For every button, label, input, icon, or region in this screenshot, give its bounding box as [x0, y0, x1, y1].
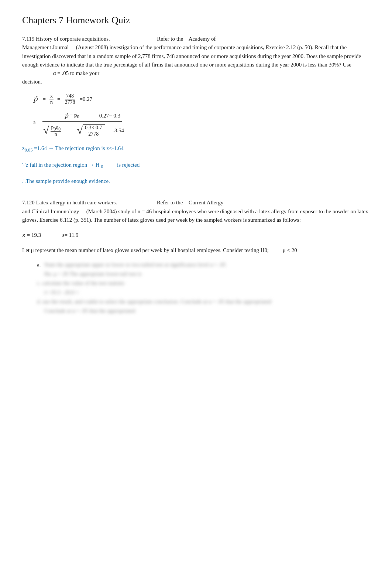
part-a-line5: d. use the result, and t-table to select… [37, 299, 271, 304]
hypothesis-text: Let μ represent the mean number of latex… [22, 247, 269, 253]
sqrt-value: √ 0.3× 0.7 2778 [77, 124, 105, 137]
hypothesis-section: Let μ represent the mean number of latex… [22, 246, 370, 255]
fraction-num: x [49, 93, 54, 99]
q7119-refer: Refer to the [157, 36, 183, 42]
z-result: =-3.54 [109, 127, 124, 134]
q7119-body: (August 2008) investigation of the perfo… [22, 44, 361, 68]
phat-minus: p̂ [65, 112, 68, 119]
q7119-journal2: Management Journal [22, 44, 69, 50]
h0-sub: 0 [101, 162, 103, 168]
part-a-line3: c. calculate the value of the test stati… [37, 280, 125, 286]
p0q0-den: n [54, 132, 58, 137]
q7120-refer: Refer to the [157, 200, 183, 205]
val-den: 2778 [87, 131, 99, 137]
part-a: a. State the appropriate upper or lower … [37, 262, 370, 314]
sqrt-sign2: √ [77, 125, 83, 136]
q7119-intro: 7.119 History of corporate acquisitions. [22, 36, 110, 42]
is-rejected: is rejected [117, 162, 140, 168]
sqrt-inner: p0q0 n [49, 124, 64, 138]
eq2: = [57, 96, 60, 102]
z-formula: z= p̂ − p0 0.27− 0.3 √ p0q0 n [33, 112, 370, 138]
eq1: = [43, 96, 46, 102]
xn-fraction: x n [49, 93, 54, 105]
phat-value: =0.27 [79, 96, 92, 102]
phat-formula: p̂ = x n = 748 2778 =0.27 [33, 93, 370, 105]
value-fraction: 748 2778 [64, 93, 76, 105]
value-den: 2778 [64, 99, 76, 105]
z-eq-sign: = [69, 127, 72, 134]
stats-line: x̅ = 19.3 s= 11.9 [22, 231, 370, 239]
q7119-section: 7.119 History of corporate acquisitions.… [22, 35, 370, 86]
s-value: s= 11.9 [62, 232, 79, 238]
q7119-journal: Academy of [189, 36, 216, 42]
q7120-journal2: and Clinical Immunology [22, 208, 79, 214]
z005-line: z0.05 =1.64 → The rejection region is z<… [22, 144, 370, 154]
because-symbol: ∵z fall in the rejection region → H [22, 162, 100, 168]
part-a-line4: t= 19.3 - 20.0 = [44, 289, 79, 295]
z-denominator: √ p0q0 n = √ 0.3× 0.7 2778 [40, 122, 124, 138]
sqrt-sign: √ [43, 125, 49, 136]
q7119-decision: decision. [22, 79, 42, 85]
z005-text: =1.64 → The rejection region is z<-1.64 [34, 145, 123, 151]
sqrt-value-content: 0.3× 0.7 2778 [83, 124, 105, 137]
q7119-alpha: α = .05 to make your [53, 70, 99, 76]
because-line2: ∴The sample provide enough evidence. [22, 177, 370, 186]
val-fraction: 0.3× 0.7 2778 [84, 125, 103, 137]
page-title: Chapters 7 Homework Quiz [22, 15, 370, 26]
part-a-line1: State the appropriate upper or lower or … [44, 262, 226, 268]
p0q0-fraction: p0q0 n [51, 125, 62, 138]
fraction-den: n [49, 99, 54, 105]
xbar-value: x̅ = 19.3 [22, 232, 41, 238]
num-value: 0.27− 0.3 [99, 113, 120, 119]
q7120-section: 7.120 Latex allergy in health care worke… [22, 198, 370, 224]
part-a-line6: Conclude at α = .05 that the appropriate… [44, 308, 135, 314]
part-a-label: a. [37, 262, 41, 268]
val-num: 0.3× 0.7 [84, 125, 103, 131]
therefore-text: ∴The sample provide enough evidence. [22, 178, 110, 184]
minus-p0: − p0 [70, 112, 79, 120]
sqrt-outer: √ p0q0 n [43, 124, 63, 138]
p0q0-num: p0q0 [51, 125, 62, 132]
z-numerator: p̂ − p0 0.27− 0.3 [42, 112, 122, 122]
q7120-journal: Current Allergy [189, 200, 223, 205]
phat-symbol: p̂ [33, 95, 38, 103]
z005-label: z0.05 [22, 145, 33, 151]
z-label: z= [33, 119, 39, 125]
q7120-intro: 7.120 Latex allergy in health care worke… [22, 200, 117, 205]
value-num: 748 [65, 93, 75, 99]
hypothesis-h0: μ < 20 [283, 247, 297, 253]
part-a-line2: Ha: μ < 20 The appropriate lower-tail te… [44, 271, 142, 277]
because-line1: ∵z fall in the rejection region → H 0 is… [22, 161, 370, 170]
